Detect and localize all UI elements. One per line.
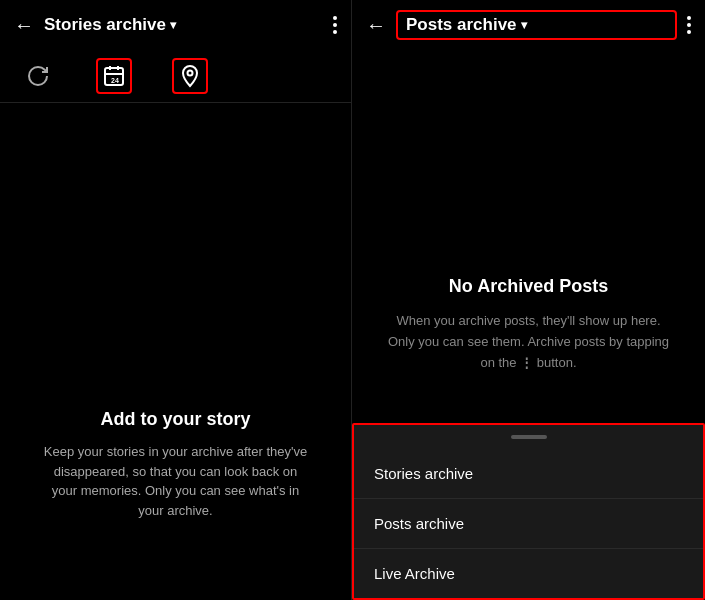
no-archive-heading: No Archived Posts xyxy=(449,276,608,297)
handle-bar xyxy=(511,435,547,439)
left-tabs: 24 xyxy=(0,50,351,103)
story-info: Add to your story Keep your stories in y… xyxy=(0,409,351,520)
inline-dots-icon: ⋮ xyxy=(520,353,533,374)
tab-location-icon[interactable] xyxy=(172,58,208,94)
dropdown-handle xyxy=(354,425,703,449)
dropdown-item-posts[interactable]: Posts archive xyxy=(354,499,703,549)
right-panel: ← Posts archive ▾ No Archived Posts When… xyxy=(352,0,705,600)
right-title[interactable]: Posts archive ▾ xyxy=(396,10,677,40)
left-back-button[interactable]: ← xyxy=(14,14,34,37)
right-chevron-icon: ▾ xyxy=(521,18,527,32)
left-header: ← Stories archive ▾ xyxy=(0,0,351,50)
archive-dropdown: Stories archive Posts archive Live Archi… xyxy=(352,423,705,600)
right-title-text: Posts archive xyxy=(406,15,517,35)
tab-refresh-icon[interactable] xyxy=(20,58,56,94)
left-content: Add to your story Keep your stories in y… xyxy=(0,103,351,600)
right-back-button[interactable]: ← xyxy=(366,14,386,37)
right-header: ← Posts archive ▾ xyxy=(352,0,705,50)
story-heading: Add to your story xyxy=(40,409,311,430)
dropdown-item-stories[interactable]: Stories archive xyxy=(354,449,703,499)
left-chevron-icon: ▾ xyxy=(170,18,176,32)
left-title[interactable]: Stories archive ▾ xyxy=(44,15,333,35)
story-description: Keep your stories in your archive after … xyxy=(40,442,311,520)
left-title-text: Stories archive xyxy=(44,15,166,35)
svg-text:24: 24 xyxy=(111,77,119,84)
right-more-button[interactable] xyxy=(687,16,691,34)
no-archive-description: When you archive posts, they'll show up … xyxy=(382,311,675,373)
left-more-button[interactable] xyxy=(333,16,337,34)
tab-calendar-icon[interactable]: 24 xyxy=(96,58,132,94)
dropdown-item-live[interactable]: Live Archive xyxy=(354,549,703,598)
left-panel: ← Stories archive ▾ 24 xyxy=(0,0,352,600)
svg-point-5 xyxy=(188,71,193,76)
